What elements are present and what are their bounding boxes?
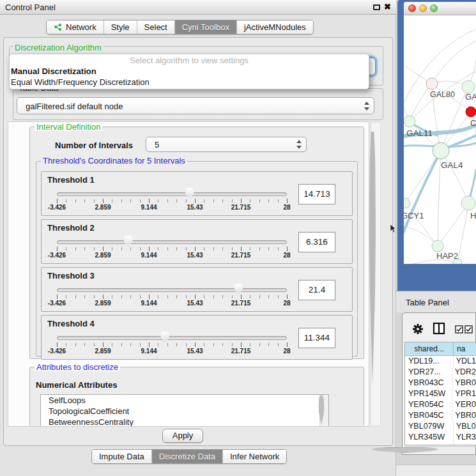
float-window-icon[interactable]	[373, 4, 380, 10]
node-table: shared... na YDL19...YDL1YDR27...YDR2YBR…	[404, 342, 476, 445]
node-label-hap2: HAP2	[436, 251, 458, 261]
table-row[interactable]: YBL079WYBL0	[405, 421, 476, 432]
tick-label: 2.859	[95, 204, 111, 211]
scrollbar-thumb[interactable]	[319, 395, 325, 425]
major-tick-mark	[195, 342, 196, 347]
major-tick-mark	[149, 295, 150, 299]
network-node-gal4[interactable]	[433, 142, 449, 159]
tick-label: 9.144	[141, 252, 157, 259]
algorithm-option-equal-width[interactable]: Equal Width/Frequency Discretization	[11, 77, 150, 87]
tab-discretize-data[interactable]: Discretize Data	[151, 450, 222, 463]
combo-stepper-icon[interactable]	[296, 140, 302, 149]
tab-infer-network[interactable]: Infer Network	[222, 450, 286, 463]
window-title: Control Panel	[5, 3, 56, 12]
table-panel-footer	[396, 464, 476, 476]
gear-icon[interactable]	[412, 323, 424, 335]
numerical-attribute-item[interactable]: TopologicalCoefficient	[41, 406, 328, 417]
table-cell: YBR0	[452, 378, 476, 388]
apply-button[interactable]: Apply	[162, 429, 203, 443]
network-node-h[interactable]	[461, 196, 475, 210]
scrollbar-thumb[interactable]	[369, 132, 376, 386]
network-canvas[interactable]: GAL80 GA C GAL11 GAL4 GCY1 H HAP2	[404, 15, 476, 264]
threshold-panel: Threshold 4 -3.4262.8599.14415.4321.7152…	[41, 315, 353, 360]
combo-stepper-icon[interactable]	[364, 102, 370, 111]
threshold-value-field[interactable]: 14.713	[298, 184, 335, 204]
threshold-slider[interactable]: -3.4262.8599.14415.4321.71528	[57, 335, 287, 359]
table-cell: YDL1	[454, 356, 476, 367]
major-tick-mark	[195, 199, 196, 203]
tab-impute-data[interactable]: Impute Data	[92, 450, 151, 463]
split-columns-icon[interactable]	[433, 322, 445, 335]
slider-tick-area: -3.4262.8599.14415.4321.71528	[57, 239, 287, 263]
table-row[interactable]: YBR043CYBR0	[405, 378, 476, 388]
zoom-traffic-light[interactable]	[430, 4, 438, 12]
close-window-icon[interactable]: ✖	[384, 2, 391, 12]
numerical-attributes-list[interactable]: SelfLoopsTopologicalCoefficientBetweenne…	[40, 394, 329, 426]
control-panel-window: Control Panel ✖ Network Style Select Cyn…	[0, 0, 396, 476]
tab-style[interactable]: Style	[104, 20, 137, 34]
attributes-scrollbar[interactable]	[319, 395, 328, 426]
threshold-panel: Threshold 2 -3.4262.8599.14415.4321.7152…	[41, 219, 353, 264]
threshold-slider[interactable]: -3.4262.8599.14415.4321.71528	[57, 287, 287, 311]
table-data-combobox[interactable]: galFiltered.sif default node	[17, 97, 374, 114]
table-row[interactable]: YER054CYER0	[405, 399, 476, 410]
major-tick-mark	[57, 199, 58, 203]
network-icon	[54, 23, 63, 31]
table-body: YDL19...YDL1YDR27...YDR2YBR043CYBR0YPR14…	[405, 356, 476, 445]
table-row[interactable]: YLR345WYLR3	[405, 432, 476, 443]
threshold-value-field[interactable]: 21.4	[298, 280, 335, 300]
table-row[interactable]: YDR27...YDR2	[405, 367, 476, 378]
tab-label: Impute Data	[99, 452, 144, 461]
threshold-value-field[interactable]: 6.316	[298, 232, 335, 252]
major-tick-mark	[195, 295, 196, 299]
tab-select[interactable]: Select	[137, 20, 174, 34]
network-node-top-right[interactable]	[462, 81, 475, 93]
tab-network[interactable]: Network	[47, 20, 104, 34]
tab-jactivemnodules[interactable]: jActiveMNodules	[236, 20, 313, 34]
numerical-attribute-item[interactable]: BetweennessCentrality	[41, 417, 328, 426]
numerical-attribute-item[interactable]: SelfLoops	[41, 395, 328, 406]
table-cell: YBR0	[452, 410, 476, 421]
close-traffic-light[interactable]	[408, 4, 416, 12]
tick-label: 15.43	[187, 300, 203, 307]
network-node-gal80[interactable]	[426, 78, 438, 89]
major-tick-mark	[287, 295, 288, 299]
network-node-hap2[interactable]	[432, 240, 443, 252]
control-panel-titlebar: Control Panel ✖	[0, 0, 396, 15]
table-row[interactable]: YIL052CYIL0	[405, 443, 476, 445]
number-of-intervals-combobox[interactable]: 5	[146, 137, 307, 152]
column-header-shared-name[interactable]: shared...	[405, 342, 454, 355]
threshold-slider[interactable]: -3.4262.8599.14415.4321.71528	[57, 239, 287, 263]
table-row[interactable]: YDL19...YDL1	[405, 356, 476, 367]
tick-label: 28	[283, 204, 290, 211]
table-cell: YIL052C	[405, 443, 454, 445]
tab-cyni-toolbox[interactable]: Cyni Toolbox	[174, 20, 236, 34]
tick-label: -3.426	[48, 348, 66, 355]
tick-label: 21.715	[231, 204, 251, 211]
major-tick-mark	[287, 199, 288, 203]
table-cell: YER054C	[405, 399, 452, 410]
network-node-gal11[interactable]	[404, 116, 415, 127]
table-row[interactable]: YBR045CYBR0	[405, 410, 476, 421]
node-label-gal80: GAL80	[430, 90, 455, 99]
node-label-gal11: GAL11	[406, 128, 433, 138]
threshold-value-field[interactable]: 11.344	[298, 328, 335, 348]
threshold-slider[interactable]: -3.4262.8599.14415.4321.71528	[57, 191, 287, 215]
tick-label: 28	[283, 348, 290, 355]
tick-label: -3.426	[48, 252, 66, 259]
select-columns-checkboxes-icon[interactable]	[455, 325, 474, 334]
minimize-traffic-light[interactable]	[419, 4, 427, 12]
settings-vertical-scrollbar[interactable]	[371, 122, 381, 426]
screen: Control Panel ✖ Network Style Select Cyn…	[0, 0, 476, 476]
network-node-red-selected[interactable]	[466, 107, 476, 117]
table-row[interactable]: YPR145WYPR1	[405, 388, 476, 399]
network-node-gcy1[interactable]	[404, 198, 410, 208]
table-horizontal-scrollbar[interactable]	[404, 446, 475, 454]
node-label-gcy1: GCY1	[404, 211, 424, 220]
threshold-panel: Threshold 1 -3.4262.8599.14415.4321.7152…	[41, 171, 353, 216]
tick-label: 21.715	[231, 348, 251, 355]
tick-label: 15.43	[187, 252, 203, 259]
algorithm-option-manual[interactable]: Manual Discretization	[11, 66, 96, 76]
column-header-name[interactable]: na	[454, 342, 476, 355]
tab-label: Style	[111, 22, 130, 32]
